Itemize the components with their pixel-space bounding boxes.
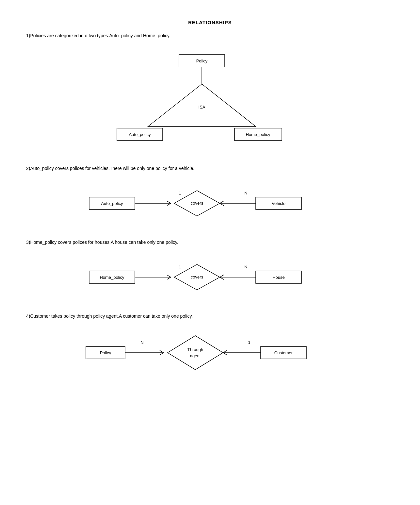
svg-line-21 — [220, 277, 224, 279]
svg-line-29 — [223, 350, 227, 353]
diagram-through-agent: Policy N Through agent 1 Customer — [26, 328, 394, 381]
svg-line-8 — [167, 203, 171, 206]
vehicle-label: Vehicle — [272, 201, 285, 206]
svg-line-12 — [220, 203, 224, 206]
auto-policy-label-1: Auto_policy — [129, 132, 151, 137]
home-policy-label-1: Home_policy — [246, 132, 270, 137]
description-3: 3)Home_policy covers polices for houses.… — [26, 240, 394, 245]
policy-label: Policy — [196, 59, 208, 63]
cardinality-n-policy: N — [140, 340, 143, 345]
diagram-home-covers: Home_policy 1 covers N House — [26, 255, 394, 300]
auto-policy-label-2: Auto_policy — [101, 201, 123, 206]
home-policy-label-2: Home_policy — [100, 275, 124, 280]
svg-line-11 — [220, 201, 224, 203]
description-2: 2)Auto_policy covers polices for vehicle… — [26, 166, 394, 171]
cardinality-1-customer: 1 — [248, 340, 250, 345]
svg-line-20 — [220, 275, 224, 277]
diagram-isa: Policy ISA Auto_policy Home_policy — [26, 48, 394, 153]
covers-label-2: covers — [191, 275, 203, 279]
through-agent-label: Through — [187, 347, 203, 352]
svg-line-25 — [160, 350, 164, 353]
cardinality-1-left: 1 — [179, 191, 181, 195]
house-label: House — [272, 275, 285, 280]
svg-line-26 — [160, 353, 164, 355]
svg-line-17 — [167, 277, 171, 279]
cardinality-n-house: N — [244, 264, 247, 269]
covers-label-1: covers — [191, 201, 203, 206]
cardinality-1-home: 1 — [179, 264, 181, 269]
through-agent-svg: Policy N Through agent 1 Customer — [76, 328, 344, 381]
through-agent-label-2: agent — [190, 353, 201, 358]
isa-svg: Policy ISA Auto_policy Home_policy — [96, 48, 324, 153]
description-1: 1)Policies are categorized into two type… — [26, 33, 394, 38]
svg-line-7 — [167, 201, 171, 203]
customer-label: Customer — [274, 350, 293, 355]
cardinality-n-right: N — [244, 191, 247, 195]
home-covers-svg: Home_policy 1 covers N House — [79, 255, 341, 300]
description-4: 4)Customer takes policy through policy a… — [26, 313, 394, 319]
svg-marker-27 — [168, 336, 223, 370]
svg-line-16 — [167, 275, 171, 277]
page-title: RELATIONSHIPS — [26, 20, 394, 25]
diagram-auto-covers: Auto_policy 1 covers N Vehicle — [26, 181, 394, 227]
policy-label-4: Policy — [100, 350, 111, 355]
isa-label: ISA — [199, 105, 205, 109]
auto-covers-svg: Auto_policy 1 covers N Vehicle — [79, 181, 341, 227]
svg-line-30 — [223, 353, 227, 355]
